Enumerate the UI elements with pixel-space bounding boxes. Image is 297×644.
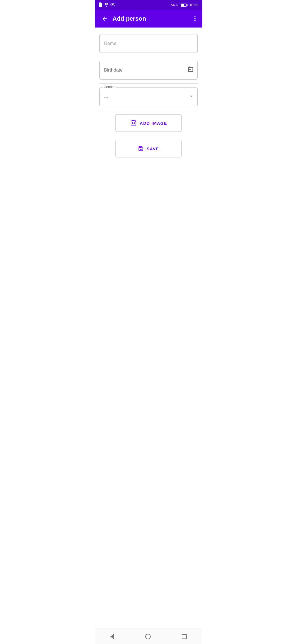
divider-3 (99, 110, 198, 110)
divider-2 (99, 83, 198, 84)
divider-4 (99, 136, 198, 136)
button-section: + ADD IMAGE SAVE (99, 114, 198, 157)
name-field-container (99, 34, 198, 53)
save-button[interactable]: SAVE (116, 140, 182, 157)
main-content: Gender --- Male Female Other + ADD IMAGE (95, 28, 202, 164)
status-bar: 56 % 10:33 (95, 0, 202, 10)
gender-field-container: Gender --- Male Female Other (99, 88, 198, 106)
svg-point-0 (112, 4, 114, 5)
birthdate-field-container (99, 61, 198, 80)
more-options-button[interactable] (192, 14, 198, 23)
back-button[interactable] (99, 13, 110, 24)
divider-1 (99, 57, 198, 57)
name-input[interactable] (99, 34, 198, 53)
gender-select[interactable]: --- Male Female Other (99, 88, 198, 106)
add-image-icon: + (130, 120, 137, 126)
add-image-button[interactable]: + ADD IMAGE (116, 114, 182, 132)
eye-icon (110, 3, 115, 7)
add-image-label: ADD IMAGE (140, 121, 167, 125)
status-icons-right: 56 % 10:33 (171, 3, 198, 7)
gender-label: Gender (103, 85, 116, 89)
wifi-icon (104, 3, 109, 7)
status-icons-left (99, 2, 115, 8)
file-icon (99, 2, 103, 8)
save-icon (138, 146, 144, 152)
battery-icon (181, 4, 188, 7)
birthdate-input[interactable] (99, 61, 198, 80)
battery-percent: 56 % (171, 3, 179, 7)
save-label: SAVE (147, 146, 159, 151)
svg-text:+: + (135, 120, 137, 123)
time-display: 10:33 (189, 3, 198, 7)
app-bar: Add person (95, 10, 202, 28)
page-title: Add person (112, 15, 192, 22)
